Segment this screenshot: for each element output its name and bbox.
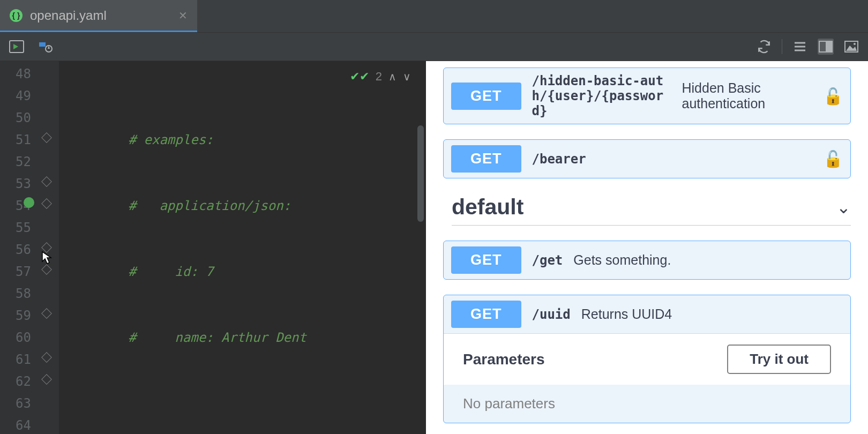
toolbar — [0, 32, 868, 61]
http-client-icon[interactable] — [38, 39, 54, 55]
image-icon[interactable] — [843, 39, 859, 55]
openapi-icon: { } — [10, 9, 23, 22]
fold-marker-icon[interactable] — [41, 308, 52, 319]
method-badge: GET — [451, 145, 521, 173]
chevron-down-icon[interactable]: ⌄ — [836, 197, 851, 218]
fold-marker-icon[interactable] — [41, 374, 52, 385]
section-title: default — [452, 194, 523, 220]
endpoint-row-expanded: GET /uuid Returns UUID4 Parameters Try i… — [443, 295, 851, 423]
fold-marker-icon[interactable] — [41, 242, 52, 253]
fold-marker-icon[interactable] — [41, 198, 52, 209]
inspections-count: 2 — [376, 70, 382, 84]
no-parameters-text: No parameters — [444, 385, 850, 423]
endpoint-header[interactable]: GET /uuid Returns UUID4 — [444, 295, 850, 333]
endpoint-desc: Returns UUID4 — [581, 306, 672, 322]
line-number: 51 — [0, 129, 31, 151]
endpoint-path: /uuid — [532, 307, 571, 322]
svg-point-10 — [854, 43, 856, 45]
svg-rect-7 — [826, 41, 832, 52]
run-gutter-icon[interactable] — [24, 197, 34, 208]
line-number: 60 — [0, 327, 31, 349]
fold-gutter — [38, 61, 59, 434]
split-view-icon[interactable] — [818, 39, 834, 55]
line-number: 49 — [0, 85, 31, 107]
separator — [782, 39, 782, 54]
layout-list-icon[interactable] — [792, 39, 808, 55]
code-area[interactable]: # examples: # application/json: # id: 7 … — [59, 61, 426, 434]
tab-bar: { } openapi.yaml ✕ — [0, 0, 868, 32]
code-text: # application/json: — [129, 198, 291, 213]
run-config-icon[interactable] — [9, 39, 25, 55]
line-number: 62 — [0, 371, 31, 393]
code-text: # id: 7 — [129, 264, 214, 279]
chevron-up-icon[interactable]: ∧ — [388, 70, 396, 83]
code-text: # name: Arthur Dent — [129, 330, 306, 345]
fold-marker-icon[interactable] — [41, 264, 52, 275]
section-header[interactable]: default ⌄ — [452, 194, 851, 226]
line-number: 55 — [0, 217, 31, 239]
try-it-out-button[interactable]: Try it out — [727, 345, 831, 374]
endpoint-row[interactable]: GET /get Gets something. — [443, 241, 851, 280]
endpoint-row[interactable]: GET /bearer 🔓 — [443, 139, 851, 178]
method-badge: GET — [451, 246, 521, 274]
svg-marker-9 — [846, 46, 857, 51]
close-icon[interactable]: ✕ — [178, 9, 188, 22]
line-number: 57 — [0, 261, 31, 283]
swagger-preview[interactable]: GET /hidden-basic-auth/{user}/{password}… — [426, 61, 868, 434]
method-badge: GET — [451, 83, 521, 110]
lock-icon[interactable]: 🔓 — [823, 149, 843, 168]
fold-marker-icon[interactable] — [41, 176, 52, 187]
check-icon: ✔✔ — [350, 70, 369, 84]
inspections-indicator[interactable]: ✔✔ 2 ∧ ∨ — [350, 70, 411, 84]
line-number: 53 — [0, 173, 31, 195]
line-number: 52 — [0, 151, 31, 173]
endpoint-row[interactable]: GET /hidden-basic-auth/{user}/{password}… — [443, 68, 851, 124]
parameters-title: Parameters — [463, 351, 545, 368]
line-number: 56 — [0, 239, 31, 261]
endpoint-desc: Gets something. — [573, 252, 671, 268]
lock-icon[interactable]: 🔓 — [823, 87, 843, 106]
code-text: # examples: — [129, 132, 214, 147]
line-number: 61 — [0, 349, 31, 371]
editor-pane[interactable]: 48 49 50 51 52 53 54 55 56 57 58 59 60 6… — [0, 61, 426, 434]
tab-title: openapi.yaml — [30, 8, 107, 23]
endpoint-path: /bearer — [532, 152, 586, 167]
line-number: 58 — [0, 283, 31, 305]
line-number: 48 — [0, 63, 31, 85]
line-number: 64 — [0, 415, 31, 434]
fold-marker-icon[interactable] — [41, 352, 52, 363]
fold-marker-icon[interactable] — [41, 132, 52, 143]
endpoint-path: /hidden-basic-auth/{user}/{password} — [532, 73, 671, 118]
method-badge: GET — [451, 301, 521, 328]
file-tab[interactable]: { } openapi.yaml ✕ — [0, 0, 197, 32]
main-split: 48 49 50 51 52 53 54 55 56 57 58 59 60 6… — [0, 61, 868, 434]
vertical-scrollbar[interactable] — [417, 125, 424, 222]
line-number-gutter: 48 49 50 51 52 53 54 55 56 57 58 59 60 6… — [0, 61, 38, 434]
svg-marker-1 — [13, 44, 18, 49]
line-number: 50 — [0, 107, 31, 129]
chevron-down-icon[interactable]: ∨ — [403, 70, 411, 83]
endpoint-desc: Hidden Basic authentication — [682, 80, 768, 111]
endpoint-path: /get — [532, 253, 563, 268]
parameters-bar: Parameters Try it out — [444, 333, 850, 385]
refresh-icon[interactable] — [756, 39, 772, 55]
line-number: 63 — [0, 393, 31, 415]
line-number: 59 — [0, 305, 31, 327]
